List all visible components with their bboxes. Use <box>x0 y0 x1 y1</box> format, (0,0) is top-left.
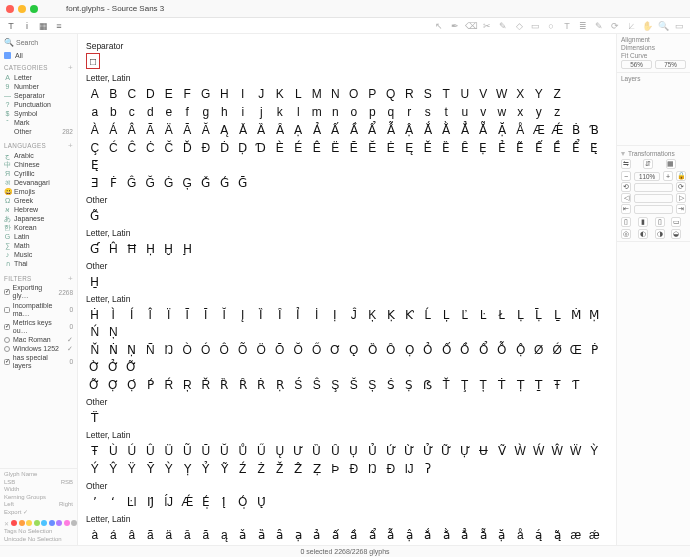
glyph-cell[interactable]: Ḹ <box>530 306 548 323</box>
glyph-cell[interactable]: x <box>512 103 530 120</box>
glyph-cell[interactable]: ǎ <box>234 526 252 543</box>
glyph-cell[interactable]: Ȏ <box>382 341 400 358</box>
glyph-cell[interactable]: Ṯ <box>530 376 548 393</box>
glyph-cell[interactable]: Ụ <box>345 442 363 459</box>
slant-right-icon[interactable]: ▷ <box>676 193 686 203</box>
glyph-cell[interactable]: Ĵ <box>345 306 363 323</box>
glyph-cell[interactable]: Ư <box>290 442 308 459</box>
glyph-cell[interactable]: Ų <box>271 442 289 459</box>
category-item[interactable]: $Symbol <box>2 109 75 118</box>
glyph-cell[interactable]: Ȁ <box>253 121 271 138</box>
search-input[interactable] <box>16 39 73 46</box>
align-center-icon[interactable]: ▮ <box>638 217 648 227</box>
glyph-cell[interactable]: Ċ <box>142 139 160 156</box>
glyph-cell[interactable]: Ḩ <box>179 240 197 257</box>
glyph-cell[interactable]: Ø <box>530 341 548 358</box>
knife-icon[interactable]: ✂ <box>482 21 492 31</box>
glyph-cell[interactable]: Ẫ <box>382 121 400 138</box>
glyph-cell[interactable]: G <box>197 85 215 102</box>
language-item[interactable]: 😀Emojis <box>2 188 75 197</box>
glyph-cell[interactable]: Ṣ <box>401 376 419 393</box>
glyph-cell[interactable]: Ŋ <box>160 341 178 358</box>
color-swatch[interactable] <box>56 520 62 526</box>
language-item[interactable]: אHebrew <box>2 206 75 215</box>
minimize-window-icon[interactable] <box>18 5 26 13</box>
glyph-cell[interactable]: Ṁ <box>567 306 585 323</box>
glyph-cell[interactable]: Ȇ <box>456 139 474 156</box>
glyph-cell[interactable]: Ḣ <box>86 306 104 323</box>
glyph-cell[interactable]: Ở <box>105 358 123 375</box>
glyph-cell[interactable]: Ò <box>179 341 197 358</box>
filter-item[interactable]: Exporting gly…2268 <box>2 284 75 301</box>
glyph-cell[interactable]: Ẁ <box>512 442 530 459</box>
glyph-cell[interactable]: Ę <box>401 139 419 156</box>
annotate-icon[interactable]: ✎ <box>594 21 604 31</box>
glyph-cell[interactable]: T̈ <box>86 409 104 426</box>
glyph-cell[interactable]: ặ <box>493 526 511 543</box>
glyph-cell[interactable]: Ḻ <box>549 306 567 323</box>
color-swatch[interactable] <box>49 520 55 526</box>
glyph-cell[interactable]: Ƙ <box>401 306 419 323</box>
category-item[interactable]: ˆMark <box>2 118 75 127</box>
glyph-cell[interactable]: Ộ <box>512 341 530 358</box>
glyph-cell[interactable]: l <box>290 103 308 120</box>
color-swatch[interactable] <box>19 520 25 526</box>
hand-icon[interactable]: ✋ <box>642 21 652 31</box>
language-item[interactable]: अDevanagari <box>2 178 75 187</box>
glyph-cell[interactable]: Ȉ <box>253 306 271 323</box>
glyph-cell[interactable]: Ó <box>197 341 215 358</box>
glyph-cell[interactable]: ã <box>142 526 160 543</box>
glyph-cell[interactable]: Ř <box>197 376 215 393</box>
filter-item[interactable]: Mac Roman✓ <box>2 335 75 344</box>
glyph-cell[interactable]: Ạ <box>290 121 308 138</box>
glyph-cell[interactable]: Ũ <box>179 442 197 459</box>
glyph-cell[interactable]: Ḍ <box>234 139 252 156</box>
glyph-cell[interactable]: r <box>401 103 419 120</box>
glyph-cell[interactable]: Ặ <box>493 121 511 138</box>
glyph-cell[interactable]: ä <box>160 526 178 543</box>
glyph-cell[interactable]: Ģ <box>179 174 197 191</box>
glyph-cell[interactable]: Ổ <box>475 341 493 358</box>
glyph-cell[interactable]: Ĥ <box>105 240 123 257</box>
bool-intersect-icon[interactable]: ◑ <box>655 229 665 239</box>
glyph-cell[interactable]: e <box>160 103 178 120</box>
glyph-cell[interactable]: Ǫ <box>345 341 363 358</box>
glyph-cell[interactable]: h <box>216 103 234 120</box>
glyph-cell[interactable]: o <box>345 103 363 120</box>
glyph-cell[interactable]: ầ <box>345 526 363 543</box>
glyph-cell[interactable]: Ṃ <box>586 306 604 323</box>
glyph-cell[interactable]: Ẳ <box>456 121 474 138</box>
glyph-cell[interactable]: À <box>86 121 104 138</box>
glyph-cell[interactable]: â <box>123 526 141 543</box>
language-item[interactable]: ♪Music <box>2 251 75 260</box>
language-item[interactable]: 中Chinese <box>2 160 75 169</box>
glyph-cell[interactable]: Ħ <box>123 240 141 257</box>
glyph-cell[interactable]: Ë <box>327 139 345 156</box>
color-swatch[interactable] <box>34 520 40 526</box>
glyph-cell[interactable]: z <box>549 103 567 120</box>
glyph-cell[interactable]: Ń <box>86 323 104 340</box>
glyph-cell[interactable]: Ṅ <box>105 341 123 358</box>
pencil-icon[interactable]: ✎ <box>498 21 508 31</box>
glyph-cell[interactable]: Ẓ <box>308 460 326 477</box>
glyph-cell[interactable]: Ṗ <box>586 341 604 358</box>
glyph-cell[interactable]: Ả <box>308 121 326 138</box>
color-swatch[interactable] <box>71 520 77 526</box>
glyph-cell[interactable]: Ŕ <box>160 376 178 393</box>
glyph-cell[interactable]: Ɓ <box>586 121 604 138</box>
glyph-cell[interactable]: m <box>308 103 326 120</box>
glyph-cell[interactable]: Ę́ <box>86 156 104 173</box>
glyph-cell[interactable]: Ï <box>160 306 178 323</box>
glyph-cell[interactable]: Ŵ <box>549 442 567 459</box>
glyph-cell[interactable]: ā <box>179 526 197 543</box>
glyph-cell[interactable]: Ẑ <box>290 460 308 477</box>
glyph-cell[interactable]: Ỵ <box>179 460 197 477</box>
transform-collapse-icon[interactable]: ▾ <box>621 149 625 158</box>
pen-icon[interactable]: ✒ <box>450 21 460 31</box>
glyph-cell[interactable]: Ɠ <box>86 240 104 257</box>
color-swatches[interactable] <box>11 520 78 526</box>
glyph-cell[interactable]: Ồ <box>456 341 474 358</box>
glyph-cell[interactable]: y <box>530 103 548 120</box>
glyph-cell[interactable]: Ɗ <box>253 139 271 156</box>
glyph-cell[interactable]: ả <box>308 526 326 543</box>
